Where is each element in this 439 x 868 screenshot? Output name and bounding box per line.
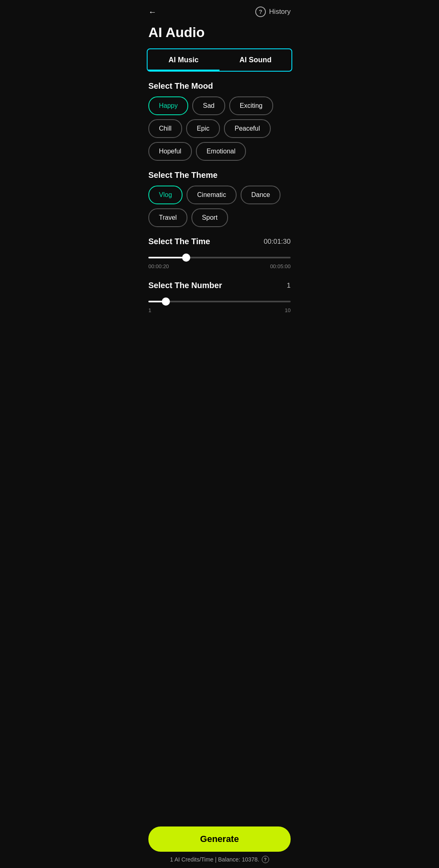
time-slider[interactable]	[148, 257, 291, 258]
mood-chip-happy[interactable]: Happy	[148, 96, 188, 115]
number-max-label: 10	[285, 307, 291, 313]
theme-section: Select The Theme Vlog Cinematic Dance Tr…	[140, 171, 299, 237]
theme-section-title: Select The Theme	[140, 171, 299, 186]
theme-chip-grid: Vlog Cinematic Dance Travel Sport	[140, 186, 299, 237]
page-title: AI Audio	[140, 21, 299, 48]
back-button[interactable]: ←	[148, 7, 156, 17]
theme-chip-travel[interactable]: Travel	[148, 208, 187, 227]
mood-section: Select The Mood Happy Sad Exciting Chill…	[140, 81, 299, 171]
theme-chip-sport[interactable]: Sport	[191, 208, 228, 227]
number-slider[interactable]	[148, 301, 291, 302]
time-select-section: Select The Time 00:01:30 00:00:20 00:05:…	[140, 237, 299, 281]
tab-bar: AI Music AI Sound	[147, 48, 292, 72]
time-min-label: 00:00:20	[148, 263, 169, 269]
history-label[interactable]: History	[269, 8, 291, 16]
header: ← ? History	[140, 0, 299, 21]
number-select-value: 1	[287, 282, 291, 290]
number-select-section: Select The Number 1 1 10	[140, 281, 299, 325]
theme-chip-cinematic[interactable]: Cinematic	[187, 186, 237, 204]
theme-chip-dance[interactable]: Dance	[241, 186, 280, 204]
mood-chip-emotional[interactable]: Emotional	[196, 142, 246, 161]
mood-chip-epic[interactable]: Epic	[186, 119, 220, 138]
number-min-label: 1	[148, 307, 151, 313]
header-right: ? History	[255, 7, 291, 17]
mood-section-title: Select The Mood	[140, 81, 299, 96]
help-icon[interactable]: ?	[255, 7, 266, 17]
mood-chip-sad[interactable]: Sad	[192, 96, 225, 115]
number-select-title: Select The Number	[148, 281, 222, 290]
mood-chip-exciting[interactable]: Exciting	[229, 96, 273, 115]
mood-chip-grid: Happy Sad Exciting Chill Epic Peaceful H…	[140, 96, 299, 171]
tab-ai-sound[interactable]: AI Sound	[220, 49, 291, 71]
tab-ai-music[interactable]: AI Music	[148, 49, 220, 71]
mood-chip-hopeful[interactable]: Hopeful	[148, 142, 192, 161]
time-select-title: Select The Time	[148, 237, 210, 246]
time-max-label: 00:05:00	[270, 263, 291, 269]
mood-chip-chill[interactable]: Chill	[148, 119, 182, 138]
time-select-value: 00:01:30	[264, 238, 291, 246]
theme-chip-vlog[interactable]: Vlog	[148, 186, 183, 204]
mood-chip-peaceful[interactable]: Peaceful	[224, 119, 270, 138]
